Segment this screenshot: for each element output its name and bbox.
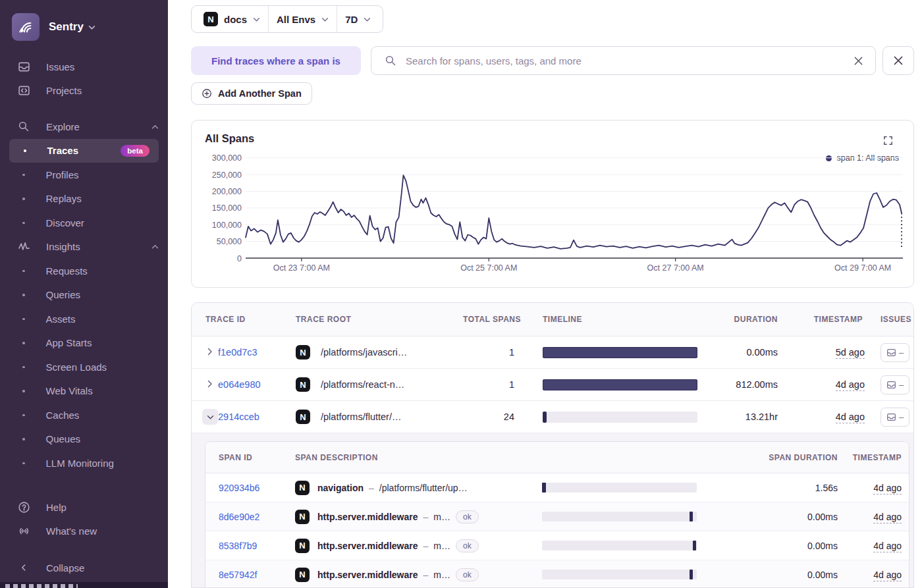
chevron-right-icon[interactable] [207, 379, 213, 390]
bullet-icon [24, 149, 26, 152]
span-timeline-bar [542, 483, 697, 493]
sidebar-item-replays[interactable]: Replays [0, 187, 168, 211]
bullet-icon [22, 222, 25, 225]
date-range-selector[interactable]: 7D [337, 6, 379, 32]
column-header-span-timestamp: TIMESTAMP [838, 453, 902, 462]
span-id-link[interactable]: 8d6e90e2 [219, 512, 295, 522]
sidebar-item-requests[interactable]: Requests [0, 259, 168, 283]
sidebar-item-screen-loads[interactable]: Screen Loads [0, 355, 168, 379]
spans-subtable-body: 920934b6Nnavigation–/platforms/flutter/u… [205, 473, 909, 588]
sidebar-item-projects[interactable]: Projects [0, 79, 168, 103]
column-header-timestamp: TIMESTAMP [778, 315, 865, 324]
span-timestamp: 4d ago [838, 541, 902, 551]
issues-icon [886, 380, 896, 390]
sidebar-item-traces[interactable]: Tracesbeta [9, 139, 159, 163]
sidebar-item-label: Traces [47, 145, 79, 156]
sidebar-item-queries[interactable]: Queries [0, 283, 168, 307]
span-status-badge: ok [456, 510, 479, 523]
sidebar-item-app-starts[interactable]: App Starts [0, 331, 168, 356]
trace-row-2914cceb: 2914ccebN/platforms/flutter/…2413.21hr4d… [192, 401, 913, 433]
svg-text:150,000: 150,000 [212, 203, 242, 213]
span-row-8538f7b9: 8538f7b9Nhttp.server.middleware–m…ok0.00… [205, 531, 909, 560]
trace-root: /platforms/react-n… [321, 379, 455, 390]
span-timestamp: 4d ago [838, 512, 902, 522]
span-operation: http.server.middleware [317, 512, 418, 522]
org-switcher[interactable]: Sentry [12, 13, 95, 41]
sidebar-item-issues[interactable]: Issues [0, 55, 168, 79]
svg-text:300,000: 300,000 [212, 153, 242, 163]
sidebar-item-label: Queries [46, 289, 81, 300]
sidebar-item-discover[interactable]: Discover [0, 211, 168, 235]
bullet-icon [22, 342, 25, 344]
environment-selector-label: All Envs [277, 14, 315, 25]
chevron-right-icon[interactable] [207, 346, 213, 358]
issues-count-button[interactable]: – [881, 375, 909, 394]
sidebar-item-label: Assets [46, 313, 76, 325]
column-header-span-description: SPAN DESCRIPTION [295, 453, 538, 462]
remove-span-filter-button[interactable] [882, 46, 914, 75]
issues-count-button[interactable]: – [881, 343, 909, 362]
span-timestamp: 4d ago [838, 570, 902, 580]
sidebar-footer: HelpWhat's new [0, 495, 168, 543]
trace-row-e064e980: e064e980N/platforms/react-n…1812.00ms4d … [192, 369, 913, 401]
svg-text:Oct 25 7:00 AM: Oct 25 7:00 AM [460, 263, 517, 273]
clipped-bottom-element [0, 582, 168, 588]
clear-search-icon[interactable] [851, 53, 866, 68]
nextjs-platform-icon: N [296, 345, 310, 360]
sidebar-item-insights[interactable]: Insights [0, 235, 168, 259]
span-row-8e57942f: 8e57942fNhttp.server.middleware–m…ok0.00… [205, 560, 909, 588]
span-id-link[interactable]: 920934b6 [219, 483, 295, 493]
span-status-badge: ok [456, 568, 479, 581]
sidebar-item-assets[interactable]: Assets [0, 307, 168, 331]
svg-text:250,000: 250,000 [212, 171, 242, 180]
find-traces-label: Find traces where a span is [191, 46, 361, 75]
environment-selector[interactable]: All Envs [269, 6, 337, 32]
span-status-badge: ok [456, 539, 479, 552]
add-another-span-button[interactable]: Add Another Span [191, 82, 312, 105]
issues-count-button[interactable]: – [881, 408, 909, 427]
sidebar-item-label: Screen Loads [46, 361, 107, 373]
trace-id-link[interactable]: 2914cceb [218, 412, 296, 422]
total-spans: 24 [455, 412, 521, 422]
app-root: Sentry IssuesProjectsExploreTracesbetaPr… [0, 0, 922, 588]
span-search-input[interactable] [406, 55, 844, 67]
column-header-trace-root: TRACE ROOT [296, 315, 455, 324]
nextjs-platform-icon: N [296, 410, 310, 424]
sidebar-item-label: Help [46, 502, 67, 513]
trace-id-link[interactable]: e064e980 [218, 379, 296, 390]
span-operation: navigation [317, 483, 364, 493]
sidebar-item-llm-monitoring[interactable]: LLM Monitoring [0, 451, 168, 475]
chevron-up-icon [151, 244, 159, 249]
traces-table-panel: TRACE ID TRACE ROOT TOTAL SPANS TIMELINE… [191, 302, 914, 588]
sidebar-item-queues[interactable]: Queues [0, 427, 168, 452]
project-selector[interactable]: N docs [196, 6, 268, 32]
insights-icon [17, 240, 30, 253]
separator: – [423, 570, 429, 580]
span-id-link[interactable]: 8e57942f [219, 570, 295, 580]
nextjs-platform-icon: N [296, 377, 310, 392]
span-description-text: /platforms/flutter/up… [379, 483, 468, 493]
collapse-button[interactable]: Collapse [0, 556, 168, 580]
main-content: N docs All Envs 7D Find t [168, 0, 922, 588]
sidebar-item-web-vitals[interactable]: Web Vitals [0, 379, 168, 404]
trace-id-link[interactable]: f1e0d7c3 [218, 347, 296, 358]
svg-text:0: 0 [237, 254, 242, 263]
sidebar-item-what-s-new[interactable]: What's new [0, 520, 168, 544]
sidebar-item-label: Queues [46, 433, 81, 444]
span-id-link[interactable]: 8538f7b9 [219, 541, 295, 551]
span-description-text: m… [433, 570, 450, 580]
svg-text:Oct 23 7:00 AM: Oct 23 7:00 AM [273, 263, 330, 273]
column-header-timeline: TIMELINE [521, 315, 712, 324]
sidebar-item-explore[interactable]: Explore [0, 115, 168, 139]
collapse-trace-button[interactable] [202, 409, 218, 425]
sidebar-item-label: Projects [46, 85, 82, 96]
sidebar-item-help[interactable]: Help [0, 495, 168, 520]
date-range-label: 7D [345, 14, 358, 25]
span-timeline-bar [542, 570, 697, 579]
chevron-down-icon [88, 25, 95, 30]
nextjs-platform-icon: N [295, 539, 310, 553]
trace-row-f1e0d7c3: f1e0d7c3N/platforms/javascri…10.00ms5d a… [192, 336, 913, 369]
sidebar-item-caches[interactable]: Caches [0, 403, 168, 427]
span-row-920934b6: 920934b6Nnavigation–/platforms/flutter/u… [205, 473, 909, 502]
sidebar-item-profiles[interactable]: Profiles [0, 163, 168, 187]
